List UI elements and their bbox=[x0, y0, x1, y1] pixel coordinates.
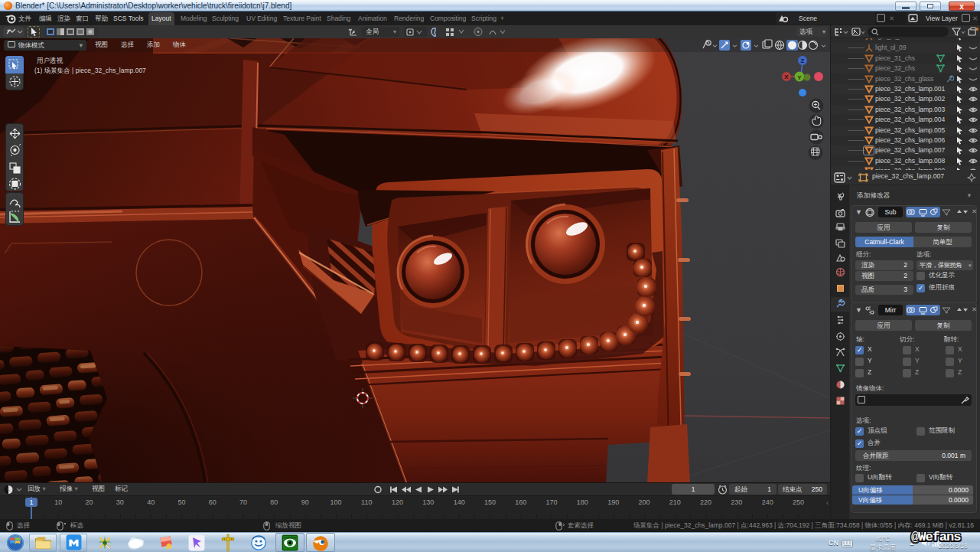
svg-text:X: X bbox=[784, 73, 789, 80]
svg-text:Z: Z bbox=[801, 57, 805, 64]
svg-text:Y: Y bbox=[797, 74, 802, 81]
